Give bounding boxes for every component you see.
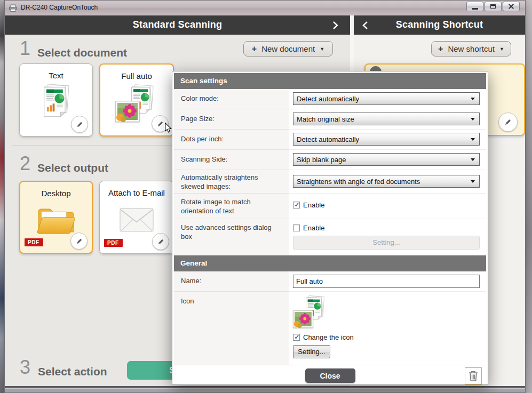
desktop-background: [525, 0, 532, 393]
enable-label: Enable: [303, 224, 324, 232]
close-icon: [508, 3, 514, 10]
page-size-dropdown[interactable]: Match original size: [293, 113, 480, 125]
edit-button[interactable]: [152, 233, 169, 250]
plus-icon: +: [438, 44, 443, 54]
envelope-icon: [120, 208, 154, 232]
section-number-3: 3: [20, 358, 30, 377]
card-label: Attach to E-mail: [100, 188, 173, 197]
flower-photo-icon: [293, 310, 313, 328]
mouse-cursor: [164, 122, 172, 134]
caret-down-icon: [471, 138, 475, 141]
pdf-badge: PDF: [25, 238, 43, 246]
select-document-title: Select document: [37, 46, 127, 59]
scanning-side-label: Scanning Side:: [174, 150, 289, 170]
icon-label: Icon: [174, 292, 289, 365]
edit-button[interactable]: [498, 113, 518, 132]
document-card-text[interactable]: Text: [19, 63, 93, 137]
pencil-icon: [157, 238, 165, 246]
color-mode-dropdown[interactable]: Detect automatically: [293, 92, 480, 105]
scanning-side-dropdown[interactable]: Skip blank page: [293, 153, 480, 166]
window-bottom-frame: [5, 386, 525, 392]
pdf-badge: PDF: [104, 239, 123, 247]
card-label: Desktop: [20, 189, 92, 198]
dots-per-inch-dropdown[interactable]: Detect automatically: [293, 133, 480, 146]
row-rotate-image: Rotate image to match orientation of tex…: [174, 194, 486, 219]
pencil-icon: [504, 118, 512, 126]
row-color-mode: Color mode: Detect automatically: [174, 89, 486, 109]
name-label: Name:: [174, 271, 289, 292]
row-page-size: Page Size: Match original size: [174, 109, 486, 130]
row-straighten: Automatically straightens skewed images:…: [174, 170, 486, 194]
pencil-icon: [156, 120, 164, 128]
row-dots-per-inch: Dots per inch: Detect automatically: [174, 130, 486, 150]
change-icon-checkbox[interactable]: [293, 334, 300, 341]
color-mode-label: Color mode:: [174, 89, 289, 109]
rotate-image-label: Rotate image to match orientation of tex…: [174, 194, 289, 219]
advanced-enable-checkbox[interactable]: [293, 224, 300, 231]
straighten-label: Automatically straightens skewed images:: [174, 170, 289, 194]
header-divider: [350, 15, 354, 35]
printer-app-icon: [9, 4, 18, 12]
caret-down-icon: ▼: [499, 46, 504, 52]
output-card-desktop[interactable]: Desktop PDF: [19, 181, 93, 254]
scanning-shortcut-title: Scanning Shortcut: [354, 19, 525, 30]
dialog-footer: Close: [174, 365, 486, 384]
folder-icon: [35, 205, 77, 236]
new-shortcut-button[interactable]: + New shortcut ▼: [431, 41, 511, 57]
caret-down-icon: ▼: [320, 46, 324, 52]
row-advanced-settings: Use advanced settings dialog box Enable …: [174, 219, 486, 255]
chevron-right-icon[interactable]: [332, 21, 338, 30]
trash-icon: [467, 369, 480, 383]
pencil-icon: [75, 237, 83, 245]
straighten-dropdown[interactable]: Straightens with angle of fed documents: [293, 175, 480, 188]
caret-down-icon: [471, 158, 475, 161]
page-size-label: Page Size:: [174, 109, 289, 130]
icon-setting-button[interactable]: Setting...: [293, 345, 330, 358]
section-number-1: 1: [20, 39, 30, 58]
document-card-full-auto[interactable]: Full auto: [99, 63, 174, 137]
row-scanning-side: Scanning Side: Skip blank page: [174, 150, 486, 170]
rotate-enable-checkbox[interactable]: [293, 202, 300, 208]
minimize-button[interactable]: [466, 2, 483, 11]
caret-down-icon: [471, 98, 475, 100]
standard-scanning-header: Standard Scanning: [5, 15, 350, 35]
card-label: Full auto: [100, 71, 173, 81]
output-card-email[interactable]: Attach to E-mail PDF: [99, 181, 174, 254]
minimize-icon: [472, 8, 478, 10]
start-button[interactable]: S: [127, 361, 176, 380]
dots-per-inch-label: Dots per inch:: [174, 130, 289, 150]
scanning-shortcut-header: Scanning Shortcut: [354, 15, 525, 35]
edit-button[interactable]: [70, 232, 88, 250]
name-input[interactable]: [293, 275, 480, 288]
select-action-title: Select action: [38, 365, 107, 378]
plus-icon: +: [252, 44, 257, 54]
titlebar[interactable]: DR-C240 CaptureOnTouch: [5, 1, 525, 16]
scan-settings-dialog: Scan settings Color mode: Detect automat…: [172, 71, 488, 385]
maximize-button[interactable]: [485, 2, 502, 11]
delete-button[interactable]: [465, 367, 482, 384]
row-name: Name:: [174, 271, 486, 292]
change-icon-label: Change the icon: [303, 333, 354, 341]
caret-down-icon: [471, 118, 475, 121]
window-title: DR-C240 CaptureOnTouch: [21, 4, 98, 11]
section-number-2: 2: [20, 154, 30, 173]
new-document-button[interactable]: + New document ▼: [243, 41, 333, 57]
screen: DR-C240 CaptureOnTouch Standard Scanning…: [0, 0, 532, 393]
enable-label: Enable: [303, 201, 324, 209]
general-section-header: General: [174, 255, 486, 271]
select-output-title: Select output: [37, 162, 108, 174]
card-label: Text: [20, 71, 92, 80]
row-icon: Icon Change the icon Setting...: [174, 292, 486, 365]
edit-button[interactable]: [71, 116, 88, 133]
scan-settings-section-header: Scan settings: [174, 73, 486, 89]
standard-scanning-title: Standard Scanning: [5, 19, 350, 30]
maximize-icon: [490, 4, 496, 9]
close-dialog-button[interactable]: Close: [305, 368, 355, 383]
caret-down-icon: [471, 180, 475, 183]
text-document-icon: [38, 83, 74, 119]
close-window-button[interactable]: [503, 2, 520, 11]
advanced-settings-label: Use advanced settings dialog box: [174, 219, 289, 255]
pencil-icon: [76, 121, 84, 129]
flower-photo-icon: [115, 101, 140, 122]
advanced-setting-button: Setting...: [293, 236, 480, 250]
